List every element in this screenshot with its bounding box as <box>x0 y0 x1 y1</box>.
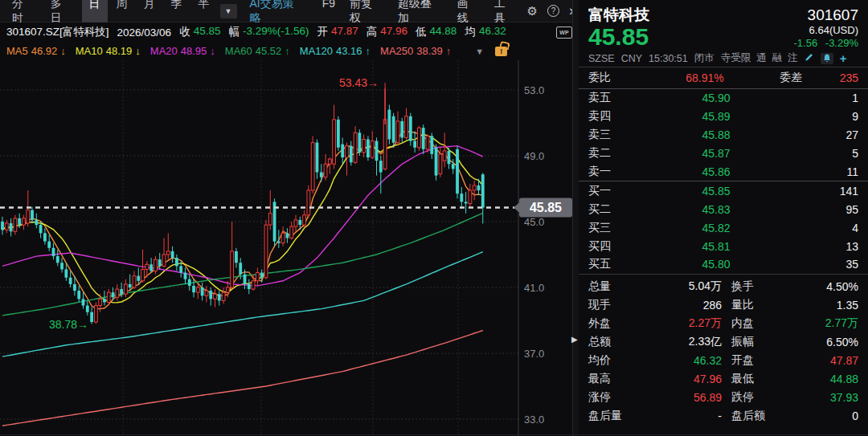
quote-field-label: 幅 <box>228 25 240 39</box>
stat-value: - <box>638 410 722 422</box>
quote-field-label: 收 <box>179 25 190 39</box>
stat-value: 37.93 <box>781 391 858 404</box>
weibi-label: 委比 <box>588 71 630 85</box>
ma-line-MA20 <box>2 146 483 286</box>
stat-value: 5.04万 <box>638 279 722 294</box>
candle <box>145 264 149 269</box>
candle <box>311 143 314 190</box>
quote-field-label: 高 <box>366 25 378 39</box>
bid-row[interactable]: 买三45.824 <box>579 218 868 237</box>
ma-trend-arrow-icon: ↓ <box>135 45 141 57</box>
lock-icon[interactable]: ! <box>495 47 507 56</box>
ma-value: 38.39 <box>416 45 443 57</box>
ask-row[interactable]: 卖一45.8611 <box>579 163 868 181</box>
stat-row: 总额2.33亿振幅6.50% <box>579 333 868 352</box>
ask-row[interactable]: 卖三45.8827 <box>579 126 868 145</box>
stat-value: 2.77万 <box>781 316 858 331</box>
candle <box>5 223 8 230</box>
ma-label: MA5 <box>6 45 28 57</box>
ask-level-label: 卖一 <box>588 165 630 179</box>
candle <box>392 116 395 143</box>
candle <box>166 251 170 255</box>
candle <box>248 284 251 289</box>
status-badge: 融 <box>772 51 783 65</box>
stat-value: 1.35 <box>781 299 858 312</box>
last-price: 45.85 <box>588 24 649 50</box>
bid-row[interactable]: 买四45.8113 <box>579 237 868 255</box>
high-price-marker: 53.43→ <box>339 76 379 89</box>
ma-value: 48.95 <box>181 45 207 57</box>
stat-label: 总量 <box>588 279 638 294</box>
candle <box>256 273 260 281</box>
y-axis-tick: 33.0 <box>524 414 544 426</box>
bid-row[interactable]: 买二45.8395 <box>579 200 868 218</box>
candle <box>209 291 212 299</box>
stat-label: 现手 <box>588 298 638 312</box>
bid-qty: 13 <box>802 240 858 253</box>
stat-value: 46.32 <box>638 354 722 367</box>
settings-gear-icon[interactable]: ⚙ <box>527 4 538 18</box>
stat-value: 47.96 <box>638 373 722 385</box>
stat-label: 换手 <box>731 279 781 294</box>
quote-time: 15:30:51 <box>649 53 688 64</box>
candle <box>303 215 306 225</box>
candle <box>90 312 93 322</box>
collapse-triangle-icon[interactable]: ▼ <box>475 47 484 56</box>
candle <box>14 218 17 231</box>
quote-field-label: 均 <box>465 25 476 39</box>
candlestick-chart[interactable]: 53.049.045.041.037.033.045.8553.43→38.78… <box>0 60 579 436</box>
quote-info-bar: 301607.SZ[富特科技] 2026/03/06 收45.85幅-3.29%… <box>0 22 579 42</box>
ma-trend-arrow-icon: ↑ <box>366 45 371 57</box>
candle <box>316 143 319 173</box>
stat-row: 总量5.04万换手4.50% <box>579 278 868 296</box>
stat-label: 外盘 <box>588 316 638 331</box>
ask-price: 45.90 <box>630 92 802 104</box>
candle <box>379 161 383 172</box>
add-watchlist-icon[interactable]: + <box>840 51 847 65</box>
candle <box>396 121 399 143</box>
candle <box>324 164 327 177</box>
y-axis-tick: 41.0 <box>524 282 544 294</box>
candle <box>443 151 446 161</box>
quote-field: 收45.85 <box>179 25 220 39</box>
ask-row[interactable]: 卖四45.899 <box>579 108 868 126</box>
help-icon[interactable]: ? <box>547 5 559 17</box>
candle <box>307 190 310 215</box>
ma-trend-arrow-icon: ↓ <box>60 45 66 57</box>
candle <box>358 132 361 153</box>
candle <box>426 136 429 149</box>
quote-field: 均46.32 <box>465 25 506 39</box>
quote-panel: 富特科技 301607 45.85 6.64(USD) -1.56 -3.29%… <box>579 0 868 436</box>
candle <box>149 264 153 271</box>
edit-pencil-icon[interactable] <box>805 52 814 64</box>
candle <box>154 259 158 271</box>
candle <box>354 132 357 162</box>
alert-bell-icon[interactable] <box>821 53 833 64</box>
bid-row[interactable]: 买一45.85141 <box>579 181 868 200</box>
ma-item-MA10: MA1048.19↓ <box>76 45 141 57</box>
stat-row: 现手286量比1.35 <box>579 296 868 315</box>
panel-divider <box>572 0 579 436</box>
stat-label: 均价 <box>588 353 638 368</box>
candle <box>82 299 85 305</box>
symbol-label: 301607.SZ[富特科技] <box>6 25 109 39</box>
ask-row[interactable]: 卖二45.875 <box>579 145 868 163</box>
quote-field-value: 45.85 <box>194 25 221 39</box>
bid-level-label: 买五 <box>588 257 630 271</box>
ask-row[interactable]: 卖五45.901 <box>579 89 868 108</box>
period-dropdown-button[interactable]: ▼ <box>220 4 237 18</box>
ma-label: MA60 <box>225 45 252 57</box>
float-window-icon[interactable]: WP <box>556 26 572 39</box>
candle <box>418 128 421 148</box>
bid-row[interactable]: 买五45.8035 <box>579 255 868 274</box>
candle <box>481 174 485 207</box>
bid-level-label: 买三 <box>588 221 630 235</box>
stat-label: 盘后额 <box>731 409 781 423</box>
candle <box>413 141 416 148</box>
ma-value: 43.16 <box>336 45 362 57</box>
ma-item-MA60: MA6045.52↑ <box>225 45 290 57</box>
stat-label: 内盘 <box>731 316 781 331</box>
candle <box>23 218 26 225</box>
panel-expand-arrow-icon[interactable]: ▶ <box>571 335 578 344</box>
stat-label: 跌停 <box>731 390 781 405</box>
